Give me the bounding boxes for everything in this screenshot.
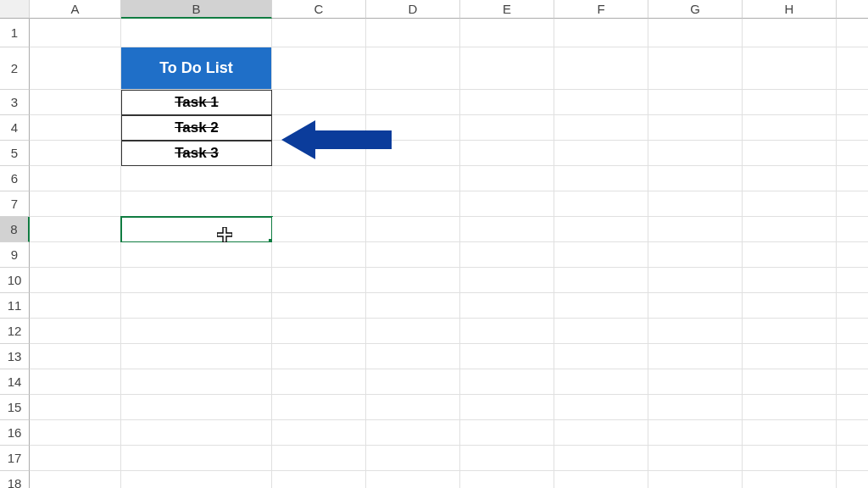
cell-A15[interactable] xyxy=(30,395,121,420)
cell-G4[interactable] xyxy=(648,115,743,141)
cell-H14[interactable] xyxy=(743,369,837,395)
row-header-2[interactable]: 2 xyxy=(0,47,30,90)
cell-H10[interactable] xyxy=(743,268,837,293)
row-header-4[interactable]: 4 xyxy=(0,115,30,141)
cell-G15[interactable] xyxy=(648,395,743,420)
row-header-7[interactable]: 7 xyxy=(0,191,30,217)
cell-A4[interactable] xyxy=(30,115,121,141)
cell-A13[interactable] xyxy=(30,344,121,369)
cell-E9[interactable] xyxy=(460,242,554,268)
cell-F4[interactable] xyxy=(554,115,648,141)
cell-F17[interactable] xyxy=(554,446,648,471)
cell-C2[interactable] xyxy=(272,47,366,90)
cell-C13[interactable] xyxy=(272,344,366,369)
cell-B17[interactable] xyxy=(121,446,272,471)
cell-G14[interactable] xyxy=(648,369,743,395)
cell-I9[interactable] xyxy=(837,242,868,268)
cell-H1[interactable] xyxy=(743,19,837,47)
cell-F18[interactable] xyxy=(554,471,648,488)
cell-I17[interactable] xyxy=(837,446,868,471)
cell-E2[interactable] xyxy=(460,47,554,90)
cell-E10[interactable] xyxy=(460,268,554,293)
cell-D9[interactable] xyxy=(366,242,460,268)
cell-D18[interactable] xyxy=(366,471,460,488)
cell-D10[interactable] xyxy=(366,268,460,293)
row-header-18[interactable]: 18 xyxy=(0,471,30,488)
cell-B10[interactable] xyxy=(121,268,272,293)
cell-H8[interactable] xyxy=(743,217,837,242)
cell-C16[interactable] xyxy=(272,420,366,446)
cell-I7[interactable] xyxy=(837,191,868,217)
cell-E16[interactable] xyxy=(460,420,554,446)
cell-C15[interactable] xyxy=(272,395,366,420)
row-header-3[interactable]: 3 xyxy=(0,90,30,115)
cells-area[interactable]: To Do List Task 1 Task 2 xyxy=(30,19,868,488)
cell-D4[interactable] xyxy=(366,115,460,141)
cell-F13[interactable] xyxy=(554,344,648,369)
select-all-corner[interactable] xyxy=(0,0,30,19)
cell-A5[interactable] xyxy=(30,141,121,166)
cell-C11[interactable] xyxy=(272,293,366,319)
cell-C1[interactable] xyxy=(272,19,366,47)
cell-H2[interactable] xyxy=(743,47,837,90)
cell-C4[interactable] xyxy=(272,115,366,141)
row-header-5[interactable]: 5 xyxy=(0,141,30,166)
cell-B8[interactable] xyxy=(121,217,272,242)
cell-B11[interactable] xyxy=(121,293,272,319)
cell-A11[interactable] xyxy=(30,293,121,319)
cell-C14[interactable] xyxy=(272,369,366,395)
col-header-B[interactable]: B xyxy=(121,0,272,19)
row-header-14[interactable]: 14 xyxy=(0,369,30,395)
cell-I2[interactable] xyxy=(837,47,868,90)
cell-F12[interactable] xyxy=(554,319,648,344)
cell-B1[interactable] xyxy=(121,19,272,47)
cell-B18[interactable] xyxy=(121,471,272,488)
row-header-8[interactable]: 8 xyxy=(0,217,30,242)
cell-I13[interactable] xyxy=(837,344,868,369)
row-header-9[interactable]: 9 xyxy=(0,242,30,268)
col-header-F[interactable]: F xyxy=(554,0,648,19)
cell-G8[interactable] xyxy=(648,217,743,242)
cell-F1[interactable] xyxy=(554,19,648,47)
cell-B7[interactable] xyxy=(121,191,272,217)
cell-H11[interactable] xyxy=(743,293,837,319)
cell-A14[interactable] xyxy=(30,369,121,395)
cell-I4[interactable] xyxy=(837,115,868,141)
cell-A2[interactable] xyxy=(30,47,121,90)
cell-D5[interactable] xyxy=(366,141,460,166)
cell-D11[interactable] xyxy=(366,293,460,319)
cell-G10[interactable] xyxy=(648,268,743,293)
cell-I16[interactable] xyxy=(837,420,868,446)
cell-I3[interactable] xyxy=(837,90,868,115)
cell-F11[interactable] xyxy=(554,293,648,319)
cell-B2[interactable]: To Do List xyxy=(121,47,272,90)
col-header-H[interactable]: H xyxy=(743,0,837,19)
cell-E12[interactable] xyxy=(460,319,554,344)
cell-E14[interactable] xyxy=(460,369,554,395)
cell-H17[interactable] xyxy=(743,446,837,471)
row-header-1[interactable]: 1 xyxy=(0,19,30,47)
cell-D14[interactable] xyxy=(366,369,460,395)
cell-A1[interactable] xyxy=(30,19,121,47)
cell-G18[interactable] xyxy=(648,471,743,488)
cell-C12[interactable] xyxy=(272,319,366,344)
cell-B14[interactable] xyxy=(121,369,272,395)
cell-I10[interactable] xyxy=(837,268,868,293)
col-header-D[interactable]: D xyxy=(366,0,460,19)
cell-E3[interactable] xyxy=(460,90,554,115)
row-header-11[interactable]: 11 xyxy=(0,293,30,319)
cell-I11[interactable] xyxy=(837,293,868,319)
cell-G5[interactable] xyxy=(648,141,743,166)
cell-G13[interactable] xyxy=(648,344,743,369)
cell-G2[interactable] xyxy=(648,47,743,90)
cell-B6[interactable] xyxy=(121,166,272,191)
cell-G12[interactable] xyxy=(648,319,743,344)
cell-E7[interactable] xyxy=(460,191,554,217)
cell-B15[interactable] xyxy=(121,395,272,420)
cell-I14[interactable] xyxy=(837,369,868,395)
cell-H5[interactable] xyxy=(743,141,837,166)
cell-E18[interactable] xyxy=(460,471,554,488)
cell-F8[interactable] xyxy=(554,217,648,242)
row-header-17[interactable]: 17 xyxy=(0,446,30,471)
cell-D15[interactable] xyxy=(366,395,460,420)
